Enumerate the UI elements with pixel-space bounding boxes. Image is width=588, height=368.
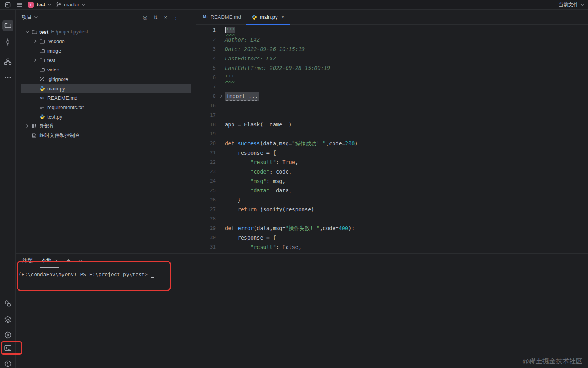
project-tree: testE:\project-py\test.vscodeimagetestvi… [16,25,195,140]
tab-label: main.py [260,14,278,20]
terminal-tool-button[interactable] [2,342,13,353]
main-toolbar: t test master 当前文件 [0,0,588,10]
close-icon[interactable]: × [281,14,285,20]
fold-spacer [216,63,225,73]
close-icon[interactable]: × [55,258,58,264]
code-text: } [225,195,241,205]
tree-item-requirements.txt[interactable]: requirements.txt [21,103,191,112]
code-line-7: 7 [196,82,588,92]
python-icon [38,114,46,120]
services-tool-button[interactable] [2,314,13,325]
services-icon [4,315,12,323]
terminal-icon [4,344,12,352]
chevron-right-icon[interactable] [23,125,30,127]
chevron-down-icon [581,2,584,5]
code-area[interactable]: 1'''2Author: LXZ3Date: 2022-09-26 10:15:… [196,25,588,252]
run-tool-button[interactable] [2,330,13,341]
tree-item-video[interactable]: video [21,65,191,74]
tree-item-image[interactable]: image [21,46,191,55]
fold-arrow-icon[interactable] [216,92,225,101]
project-tool-button[interactable] [2,20,13,31]
tree-item-label: .gitignore [47,76,68,82]
locate-icon[interactable]: ◎ [143,15,147,20]
project-icon [4,22,12,29]
run-icon [4,331,12,339]
code-text: "msg": msg, [225,176,285,186]
code-text: LastEditors: LXZ [225,54,276,63]
fold-spacer [216,139,225,148]
structure-tool-button[interactable] [2,56,13,67]
expand-icon[interactable]: ⇅ [154,15,158,20]
code-text: Author: LXZ [225,35,260,44]
project-panel-title: 项目 [22,14,32,21]
tree-item-临时文件和控制台[interactable]: 临时文件和控制台 [21,131,191,140]
collapse-icon[interactable]: × [164,15,167,20]
problems-tool-button[interactable] [2,358,13,368]
chevron-down-icon[interactable] [23,31,30,33]
run-configuration-widget[interactable]: 当前文件 [559,2,583,8]
tree-item-label: test [39,29,48,35]
code-line-18: 18app = Flask(__name__) [196,120,588,129]
tab-main.py[interactable]: main.py× [246,10,290,24]
code-line-2: 2Author: LXZ [196,35,588,44]
line-number: 19 [196,129,216,139]
hide-icon[interactable]: — [185,15,190,20]
line-number: 23 [196,167,216,176]
code-text: import ... [225,92,259,101]
code-text: app = Flask(__name__) [225,120,292,129]
line-number: 28 [196,214,216,223]
code-text: return jsonify(response) [225,205,314,214]
tree-item-test.py[interactable]: test.py [21,112,191,121]
more-tool-button[interactable] [2,72,13,83]
terminal-tab-local[interactable]: 本地 × [40,254,59,268]
code-text: LastEditTime: 2022-09-28 15:09:19 [225,63,330,73]
text-caret [225,27,226,33]
tree-item-label: README.md [47,95,77,101]
tree-item-readme.md[interactable]: M↓README.md [21,93,191,103]
tab-readme.md[interactable]: M↓README.md [198,10,246,24]
tree-item-test[interactable]: testE:\project-py\test [21,27,191,37]
project-panel-header-icons: ◎⇅×⋮— [143,15,190,20]
run-configuration-label: 当前文件 [559,2,578,8]
code-line-4: 4LastEditors: LXZ [196,54,588,63]
python-packages-tool-button[interactable] [2,298,13,309]
tree-item-label: .vscode [47,38,65,44]
chevron-right-icon[interactable] [31,59,38,61]
gitignore-icon [38,76,46,82]
line-number: 1 [196,26,216,35]
tree-item-外部库[interactable]: 外部库 [21,121,191,131]
tree-item-.vscode[interactable]: .vscode [21,37,191,46]
line-number: 6 [196,73,216,82]
more-icon[interactable]: ⋮ [173,15,178,20]
commit-tool-button[interactable] [2,37,13,48]
chevron-down-icon[interactable] [34,15,37,18]
tree-item-label: test [47,57,55,63]
fold-spacer [216,120,225,129]
line-number: 24 [196,176,216,186]
project-panel-header: 项目 ◎⇅×⋮— [16,10,195,25]
code-line-19: 19 [196,129,588,139]
fold-spacer [216,35,225,44]
branch-name: master [64,2,79,7]
line-number: 5 [196,63,216,73]
code-line-1: 1''' [196,26,588,35]
project-icon: t [28,2,34,8]
fold-spacer [216,242,225,252]
tree-item-main.py[interactable]: main.py [21,84,191,93]
tree-item-test[interactable]: test [21,55,191,65]
hamburger-menu-icon[interactable] [16,2,22,8]
fold-spacer [216,26,225,35]
project-widget[interactable]: t test [28,2,50,8]
line-number: 31 [196,242,216,252]
tree-item-label: test.py [47,114,62,120]
chevron-down-icon[interactable] [79,260,81,262]
fold-spacer [216,167,225,176]
line-number: 16 [196,101,216,110]
new-terminal-button[interactable]: + [67,257,71,265]
vcs-branch-widget[interactable]: master [56,2,84,7]
problems-icon [4,360,12,368]
folder-icon [38,67,46,73]
tree-item-.gitignore[interactable]: .gitignore [21,74,191,84]
chevron-right-icon[interactable] [31,40,38,42]
terminal-body[interactable]: (E:\condaEnv\myenv) PS E:\project-py\tes… [16,268,588,278]
